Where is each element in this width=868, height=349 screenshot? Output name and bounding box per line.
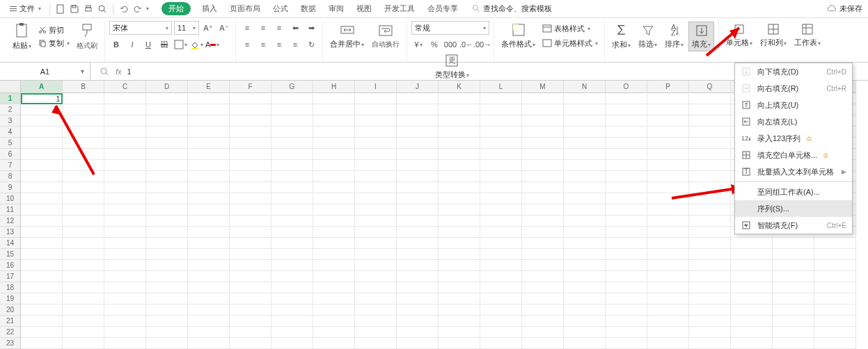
cell[interactable] [63,193,104,204]
redo-icon[interactable] [132,3,144,15]
cell[interactable] [104,327,146,338]
cell[interactable] [564,127,606,138]
align-bottom-icon[interactable]: ≡ [272,21,286,35]
cell[interactable] [230,305,271,316]
cell[interactable] [564,115,606,127]
cell[interactable] [522,249,564,260]
cell[interactable] [564,204,606,216]
cond-format-button[interactable]: 条件格式▾ [498,21,538,51]
comma-icon[interactable]: 000 [443,38,457,51]
cell[interactable] [63,271,104,282]
cell[interactable] [271,216,313,227]
cell[interactable] [773,293,814,305]
cell[interactable] [355,104,397,115]
cell[interactable] [230,327,271,338]
cell[interactable] [63,293,104,305]
decrease-decimal-icon[interactable]: .00→ [475,38,489,51]
cell[interactable] [480,104,522,115]
column-header[interactable]: C [104,81,146,93]
cell[interactable] [522,182,564,193]
cell[interactable] [146,160,188,171]
cell[interactable] [146,338,188,349]
align-center-icon[interactable]: ≡ [256,38,270,51]
cell[interactable] [230,160,271,171]
cell[interactable] [439,260,480,271]
tab-dev[interactable]: 开发工具 [383,2,416,15]
cell[interactable] [731,249,773,260]
cell[interactable] [188,127,230,138]
cell[interactable] [647,293,689,305]
decrease-font-icon[interactable]: A⁻ [217,21,231,35]
cell[interactable] [104,305,146,316]
filter-button[interactable]: 筛选▾ [636,22,660,51]
column-header[interactable]: B [63,81,104,93]
cell[interactable] [271,182,313,193]
cell[interactable] [313,138,355,149]
rowcol-button[interactable]: 行和列▾ [757,21,789,49]
cell[interactable] [146,249,188,260]
align-top-icon[interactable]: ≡ [240,21,254,35]
cell[interactable] [439,182,480,193]
cell[interactable] [480,115,522,127]
cell[interactable] [355,305,397,316]
cell[interactable] [355,316,397,327]
cell[interactable] [313,227,355,238]
cells-container[interactable]: 1 [21,93,856,349]
cell[interactable] [355,271,397,282]
cell[interactable] [647,338,689,349]
cell[interactable] [480,238,522,249]
cell[interactable] [773,305,814,316]
cell[interactable] [230,115,271,127]
cell[interactable] [647,138,689,149]
row-header[interactable]: 17 [0,271,20,282]
cell[interactable] [439,127,480,138]
wrap-button[interactable]: 自动换行 [369,22,402,51]
cell[interactable] [104,282,146,293]
cell[interactable] [271,271,313,282]
cell[interactable] [439,216,480,227]
cell[interactable] [439,316,480,327]
cell[interactable] [773,238,814,249]
cell[interactable] [355,171,397,182]
cell[interactable] [313,93,355,104]
strike-icon[interactable]: 田 [157,38,171,51]
undo-icon[interactable] [118,3,130,15]
cell[interactable] [146,316,188,327]
orientation-icon[interactable]: ↻ [304,38,318,51]
cell[interactable] [480,149,522,160]
cell[interactable] [104,216,146,227]
cell[interactable] [606,249,647,260]
cell[interactable] [230,338,271,349]
cell[interactable] [564,238,606,249]
cell[interactable] [104,171,146,182]
cell[interactable] [230,282,271,293]
sum-button[interactable]: Σ 求和▾ [609,21,633,51]
cell[interactable] [188,327,230,338]
cell[interactable] [21,338,63,349]
cell[interactable] [522,338,564,349]
cell[interactable] [397,104,439,115]
cell[interactable] [271,260,313,271]
chevron-down-icon[interactable]: ▾ [146,6,149,12]
cell[interactable] [522,271,564,282]
column-header[interactable]: H [313,81,355,93]
cell[interactable] [731,282,773,293]
cell[interactable] [522,216,564,227]
cell[interactable] [313,316,355,327]
cell[interactable] [188,115,230,127]
cell[interactable] [522,115,564,127]
cell[interactable] [21,204,63,216]
tab-formula[interactable]: 公式 [271,2,290,15]
cell[interactable] [146,271,188,282]
fill-blank-item[interactable]: 填充空白单元格... ♔ [735,147,852,163]
cell[interactable] [814,316,856,327]
cell[interactable] [606,104,647,115]
cell[interactable] [814,282,856,293]
cell[interactable] [21,249,63,260]
cell[interactable] [647,204,689,216]
column-header[interactable]: D [146,81,188,93]
cell[interactable] [814,249,856,260]
cell[interactable] [104,182,146,193]
cell[interactable] [522,293,564,305]
cell[interactable] [689,249,731,260]
